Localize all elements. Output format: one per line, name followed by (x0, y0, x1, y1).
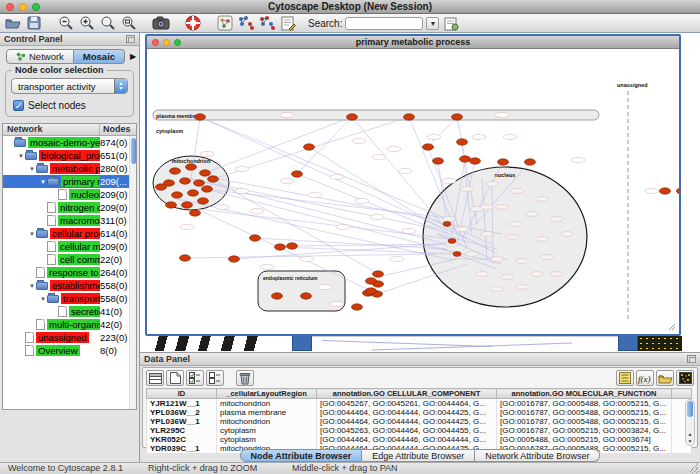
tree-item-overview[interactable]: Overview8(0) (3, 344, 136, 357)
table-cell[interactable]: [GO:0045267, GO:0045261, GO:0044464, G..… (317, 399, 497, 409)
tree-item-nitrogen-compo[interactable]: nitrogen compo209(0) (3, 201, 136, 214)
minimize-window-button[interactable] (19, 3, 27, 11)
tree-item-cellular-process[interactable]: ▼cellular process614(0) (3, 227, 136, 240)
network-node[interactable] (166, 202, 177, 208)
matrix-view-icon[interactable] (676, 370, 694, 386)
table-row[interactable]: YLR295Ccytoplasm[GO:0045263, GO:0044464,… (147, 426, 692, 435)
table-cell[interactable]: mitochondrion (217, 399, 317, 409)
network-node[interactable] (195, 114, 206, 120)
network-canvas[interactable]: plasma membrane cytoplasm mitochondrion … (147, 49, 679, 334)
network-node[interactable] (457, 139, 468, 145)
disclosure-triangle-icon[interactable]: ▼ (28, 283, 36, 289)
import-attributes-icon[interactable] (656, 370, 674, 386)
close-view-button[interactable] (152, 39, 159, 46)
tree-item-response-to-stimulu[interactable]: response to stimulu264(0) (3, 266, 136, 279)
search-input[interactable] (345, 17, 423, 30)
table-cell[interactable]: [GO:0005488, GO:0005215, GO:0003674] (497, 435, 672, 444)
plasma-membrane-region[interactable] (153, 110, 599, 120)
network-node[interactable] (352, 304, 363, 310)
background-window-titlebar-fragment[interactable] (292, 335, 312, 351)
tab-network[interactable]: Network (6, 49, 74, 64)
background-window-titlebar-fragment[interactable] (618, 335, 638, 351)
network-node[interactable] (229, 256, 240, 262)
zoom-in-icon[interactable] (78, 15, 96, 31)
disclosure-triangle-icon[interactable]: ▼ (28, 166, 36, 172)
tree-item-primary-metabo[interactable]: ▼primary metabo209(... (3, 175, 136, 188)
zoom-out-icon[interactable] (57, 15, 75, 31)
network-node[interactable] (677, 188, 680, 194)
table-cell[interactable]: YPL036W__1 (147, 417, 217, 426)
select-attributes-icon[interactable] (186, 370, 204, 386)
canvas-resize-grip[interactable] (669, 324, 675, 330)
tree-item-unassigned[interactable]: unassigned223(0) (3, 331, 136, 344)
table-cell[interactable]: [GO:0016787, GO:0005215, GO:0003824, G..… (497, 426, 672, 435)
network-node[interactable] (194, 180, 205, 186)
scroll-down-icon[interactable]: ▼ (686, 438, 694, 444)
zoom-view-button[interactable] (174, 39, 181, 46)
table-cell[interactable]: cytoplasm (217, 426, 317, 435)
column-header[interactable]: annotation.GO CELLULAR_COMPONENT (317, 389, 497, 399)
tab-edge-attribute-browser[interactable]: Edge Attribute Browser (362, 449, 475, 462)
network-node[interactable] (301, 293, 312, 299)
tree-item-multi-organism-pro[interactable]: multi-organism pro42(0) (3, 318, 136, 331)
zoom-selected-icon[interactable] (99, 15, 117, 31)
network-node[interactable] (460, 156, 471, 162)
tree-item-establishment-of-lo[interactable]: ▼establishment of lo558(0) (3, 279, 136, 292)
table-cell[interactable]: [GO:0044464, GO:0044446, GO:0044444, G..… (317, 435, 497, 444)
column-header[interactable]: _cellularLayoutRegion (217, 389, 317, 399)
network-node[interactable] (182, 202, 193, 208)
node-color-dropdown[interactable]: transporter activity ▲▼ (11, 78, 128, 94)
network-node[interactable] (366, 288, 377, 294)
tree-item-cell-communicat[interactable]: cell communicat22(0) (3, 253, 136, 266)
table-cell[interactable]: cytoplasm (217, 435, 317, 444)
network-window-titlebar[interactable]: primary metabolic process (147, 36, 679, 49)
tree-scrollbar-thumb[interactable] (131, 138, 136, 164)
scroll-up-icon[interactable]: ▲ (686, 431, 694, 437)
zoom-window-button[interactable] (32, 3, 40, 11)
background-window-fragment[interactable] (312, 336, 618, 351)
help-icon[interactable] (184, 15, 202, 31)
float-panel-icon[interactable] (126, 35, 135, 43)
background-window-fragment[interactable] (638, 336, 682, 351)
window-controls[interactable] (6, 3, 40, 11)
network-node[interactable] (347, 114, 358, 120)
float-panel-icon[interactable] (687, 355, 696, 363)
tree-item-cellular-metabol[interactable]: cellular metabol209(0) (3, 240, 136, 253)
tree-scrollbar[interactable] (129, 136, 136, 409)
table-cell[interactable]: plasma membrane (217, 408, 317, 417)
tree-item-macromolecule[interactable]: macromolecule311(0) (3, 214, 136, 227)
table-cell[interactable]: YLR295C (147, 426, 217, 435)
table-cell[interactable]: YPL036W__2 (147, 408, 217, 417)
table-scrollbar-thumb[interactable] (687, 401, 693, 417)
attribute-table-icon[interactable] (146, 370, 164, 386)
network-node[interactable] (198, 198, 209, 204)
import-network-icon[interactable] (216, 15, 234, 31)
network-node[interactable] (186, 164, 197, 170)
delete-attribute-icon[interactable] (236, 370, 254, 386)
table-row[interactable]: YJR121W__1mitochondrion[GO:0045267, GO:0… (147, 399, 692, 409)
network-node[interactable] (188, 190, 199, 196)
tree-item-secretion[interactable]: secretion41(0) (3, 305, 136, 318)
tab-node-attribute-browser[interactable]: Node Attribute Browser (240, 449, 363, 462)
network-node[interactable] (525, 159, 536, 165)
disclosure-triangle-icon[interactable]: ▼ (39, 179, 47, 185)
window-resize-grip[interactable] (689, 463, 699, 473)
network-snapshot-icon[interactable] (152, 15, 170, 31)
network-window-controls[interactable] (152, 39, 181, 46)
disclosure-triangle-icon[interactable]: ▼ (28, 231, 36, 237)
tab-overflow-arrow[interactable]: ▶ (130, 52, 136, 61)
table-cell[interactable]: YKR052C (147, 435, 217, 444)
network-node[interactable] (498, 159, 509, 165)
tree-item-mosaic-demo-yeast[interactable]: mosaic-demo-yeast874(0) (3, 136, 136, 149)
network-node[interactable] (272, 293, 283, 299)
open-session-icon[interactable] (4, 15, 22, 31)
network-node[interactable] (304, 144, 315, 150)
table-cell[interactable]: [GO:0016787, GO:0005488, GO:0005215, G..… (497, 399, 672, 409)
search-dropdown-arrow[interactable]: ▼ (426, 17, 439, 30)
attribute-table[interactable]: ID_cellularLayoutRegionannotation.GO CEL… (146, 388, 692, 453)
network-node[interactable] (433, 158, 444, 164)
table-cell[interactable]: [GO:0045263, GO:0044464, GO:0044455, G..… (317, 426, 497, 435)
network-node[interactable] (208, 176, 219, 182)
attribute-table-head[interactable]: ID_cellularLayoutRegionannotation.GO CEL… (147, 389, 692, 399)
network-node[interactable] (423, 144, 434, 150)
